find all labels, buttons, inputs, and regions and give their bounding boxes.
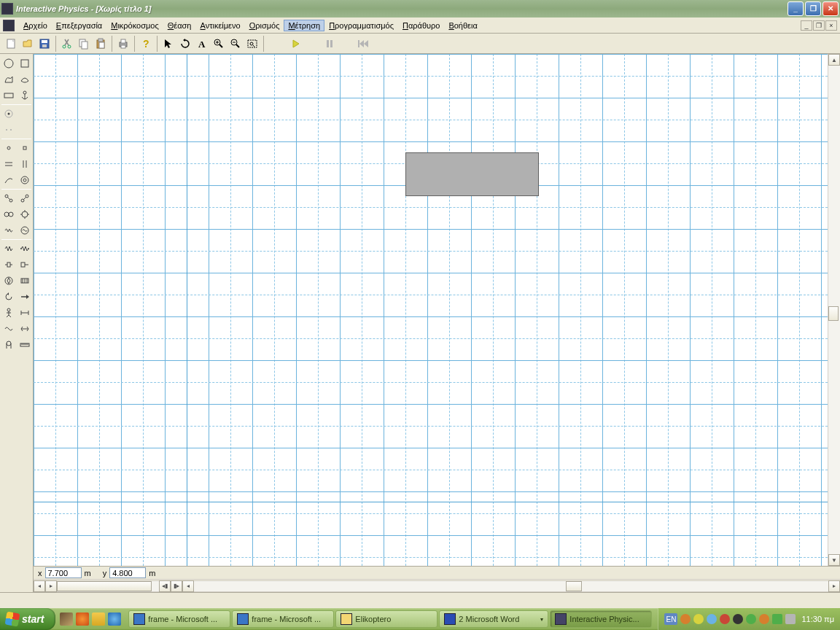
rotate-button[interactable] xyxy=(177,36,193,52)
task-button[interactable]: frame - Microsoft ... xyxy=(128,610,230,628)
force-arrow-tool[interactable] xyxy=(18,289,32,304)
text-button[interactable]: A xyxy=(194,36,210,52)
scroll-right-button[interactable]: ▸ xyxy=(828,580,840,592)
timeline-scrollbar[interactable]: ◂ ▸ ◂▮ ▮▸ ◂ ▸ xyxy=(34,579,840,592)
title-bar[interactable]: Interactive Physics - [Χωρίς τίτλο 1] _ … xyxy=(0,0,840,18)
menu-ορισμός[interactable]: Ορισμός xyxy=(245,20,284,31)
spring-tool[interactable] xyxy=(1,241,16,256)
menu-βοήθεια[interactable]: Βοήθεια xyxy=(444,20,481,31)
open-button[interactable] xyxy=(20,36,36,52)
point-tool[interactable] xyxy=(1,141,16,155)
help-button[interactable]: ? xyxy=(138,36,154,52)
task-button[interactable]: frame - Microsoft ... xyxy=(232,610,334,628)
person-tool[interactable] xyxy=(1,306,16,320)
zoom-fit-button[interactable] xyxy=(244,36,260,52)
frame-prev-button[interactable]: ◂ xyxy=(34,580,45,592)
menu-παράθυρο[interactable]: Παράθυρο xyxy=(398,20,444,31)
tray-icon[interactable] xyxy=(707,614,717,624)
scroll-up-button[interactable]: ▲ xyxy=(828,54,840,66)
close-button[interactable]: ✕ xyxy=(822,1,839,16)
tray-icon[interactable] xyxy=(680,614,691,624)
tray-icon[interactable] xyxy=(693,614,704,624)
arc-tool[interactable] xyxy=(1,173,16,187)
coil-tool[interactable] xyxy=(1,223,16,238)
force-ccw-tool[interactable] xyxy=(1,289,16,304)
gear-link-tool[interactable] xyxy=(1,207,16,222)
tray-icon[interactable] xyxy=(720,614,730,624)
show-desktop-icon[interactable] xyxy=(60,612,73,626)
menu-επεξεργασία[interactable]: Επεξεργασία xyxy=(52,20,106,31)
frame-play-button[interactable]: ▸ xyxy=(45,580,57,592)
coil2-tool[interactable] xyxy=(18,223,32,238)
x-value-field[interactable]: 7.700 xyxy=(45,567,82,578)
canvas[interactable] xyxy=(34,54,828,566)
ring-tool[interactable] xyxy=(18,173,32,187)
wave-tool[interactable] xyxy=(1,322,16,336)
clock[interactable]: 11:30 πμ xyxy=(801,615,834,623)
link1-tool[interactable] xyxy=(1,191,16,206)
language-indicator[interactable]: EN xyxy=(664,613,677,625)
mdi-restore-button[interactable]: ❐ xyxy=(813,20,825,31)
rewind-button[interactable] xyxy=(349,37,378,50)
link2-tool[interactable] xyxy=(18,191,32,206)
pulley-tool[interactable] xyxy=(1,338,16,352)
scroll-left-button[interactable]: ◂ xyxy=(182,580,194,592)
menu-μέτρηση[interactable]: Μέτρηση xyxy=(284,20,324,31)
minimize-button[interactable]: _ xyxy=(788,1,804,16)
new-button[interactable] xyxy=(3,36,19,52)
task-button[interactable]: Interactive Physic... xyxy=(550,610,652,628)
rect-tool[interactable] xyxy=(1,88,16,103)
curved-tool[interactable] xyxy=(18,72,32,87)
frame-step-fwd-button[interactable]: ▮▸ xyxy=(171,580,182,592)
pointer-button[interactable] xyxy=(160,36,176,52)
tray-icon[interactable] xyxy=(733,614,743,624)
ruler-tool[interactable] xyxy=(18,338,32,352)
menu-θέαση[interactable]: Θέαση xyxy=(163,20,196,31)
menu-αντικείμενο[interactable]: Αντικείμενο xyxy=(195,20,244,31)
rectangle-object[interactable] xyxy=(405,152,539,196)
mdi-minimize-button[interactable]: _ xyxy=(801,20,812,31)
vlines-tool[interactable] xyxy=(18,157,32,171)
circle-tool[interactable] xyxy=(1,56,16,71)
task-button[interactable]: 2 Microsoft Word▾ xyxy=(439,610,548,628)
hbar-tool[interactable] xyxy=(18,306,32,320)
vertical-scrollbar[interactable]: ▲ ▼ xyxy=(828,54,840,566)
damper2-tool[interactable] xyxy=(18,257,32,272)
zoom-out-button[interactable] xyxy=(228,36,244,52)
lines-tool[interactable] xyxy=(1,157,16,171)
anchor-tool[interactable] xyxy=(18,88,32,103)
tray-icon[interactable] xyxy=(772,614,782,624)
paste-button[interactable] xyxy=(93,36,109,52)
document-icon[interactable] xyxy=(3,20,15,31)
copy-button[interactable] xyxy=(76,36,92,52)
tray-icon[interactable] xyxy=(759,614,769,624)
square-point-tool[interactable] xyxy=(18,141,32,155)
menu-αρχείο[interactable]: Αρχείο xyxy=(19,20,52,31)
maximize-button[interactable]: ❐ xyxy=(805,1,821,16)
ie-icon[interactable] xyxy=(108,612,121,626)
hmove-tool[interactable] xyxy=(18,322,32,336)
tray-icon[interactable] xyxy=(746,614,756,624)
save-button[interactable] xyxy=(36,36,52,52)
dots-tool[interactable] xyxy=(1,122,16,137)
center-point-tool[interactable] xyxy=(1,106,16,121)
pause-button[interactable] xyxy=(315,37,344,50)
zoom-in-button[interactable] xyxy=(211,36,227,52)
firefox-icon[interactable] xyxy=(76,612,89,626)
scroll-down-button[interactable]: ▼ xyxy=(828,554,840,566)
motor2-tool[interactable] xyxy=(18,273,32,288)
menu-προγραμματισμός[interactable]: Προγραμματισμός xyxy=(324,20,398,31)
square-tool[interactable] xyxy=(18,56,32,71)
cut-button[interactable] xyxy=(59,36,75,52)
mdi-close-button[interactable]: × xyxy=(825,20,837,31)
spring2-tool[interactable] xyxy=(18,241,32,256)
polygon-tool[interactable] xyxy=(1,72,16,87)
y-value-field[interactable]: 4.800 xyxy=(109,567,146,578)
outlook-icon[interactable] xyxy=(92,612,105,626)
start-button[interactable]: start xyxy=(0,608,55,630)
tray-icon[interactable] xyxy=(785,614,796,624)
play-button[interactable] xyxy=(281,37,311,50)
menu-μικρόκοσμος[interactable]: Μικρόκοσμος xyxy=(106,20,163,31)
motor-tool[interactable] xyxy=(1,273,16,288)
damper-tool[interactable] xyxy=(1,257,16,272)
